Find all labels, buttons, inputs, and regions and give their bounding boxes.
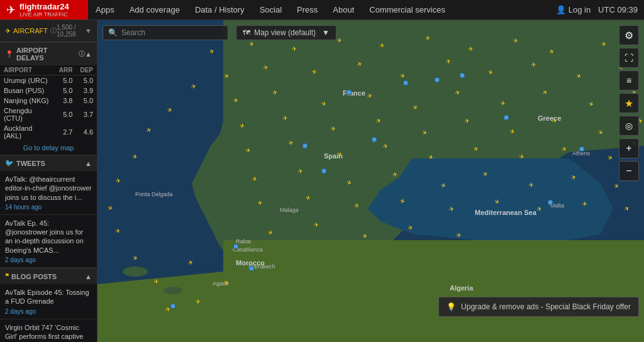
nav-about[interactable]: About (325, 0, 362, 19)
airport-name: Chengdu (CTU) (0, 106, 55, 123)
dep-value: 4.6 (76, 123, 97, 141)
table-row[interactable]: Chengdu (CTU) 5.0 3.7 (0, 106, 97, 123)
search-bar: 🔍 (103, 25, 228, 40)
logo[interactable]: ✈ flightradar24 LIVE AIR TRAFFIC (0, 0, 88, 19)
greece-label: Greece (538, 114, 561, 122)
logo-sub: LIVE AIR TRAFFIC (19, 11, 69, 18)
airport-delays-label: AIRPORT DELAYS (16, 47, 76, 62)
dep-value: 3.9 (76, 86, 97, 96)
tweets-header[interactable]: 🐦 TWEETS ▲ (0, 155, 97, 171)
col-dep: DEP (76, 65, 97, 75)
airport-name: Busan (PUS) (0, 86, 55, 96)
arr-value: 3.8 (55, 96, 77, 106)
nav-apps[interactable]: Apps (88, 0, 122, 19)
minus-icon: − (626, 165, 631, 177)
nav-press[interactable]: Press (289, 0, 325, 19)
view-selector[interactable]: 🗺 Map view (default) ▼ (236, 25, 336, 40)
layers-icon: ◎ (625, 121, 633, 131)
nav-social[interactable]: Social (252, 0, 289, 19)
airport-marker (170, 304, 175, 309)
aircraft-count: 1,500 / 10,258 (57, 24, 82, 38)
tweets-label: TWEETS (16, 160, 45, 167)
logo-text: flightradar24 (19, 2, 69, 11)
zoom-out-button[interactable]: − (619, 161, 639, 181)
airport-delays-section: 📍 AIRPORT DELAYS ⓘ ▲ AIRPORT ARR DEP Uru… (0, 43, 97, 155)
arr-value: 5.0 (55, 75, 77, 86)
map-area[interactable]: France Spain Algeria Libya Morocco Greec… (97, 20, 644, 342)
blog-item[interactable]: AvTalk Episode 45: Tossing a FUD Grenade… (0, 284, 97, 319)
ponta-delgada-label: Ponta Delgada (135, 191, 173, 197)
blog-item[interactable]: Virgin Orbit 747 'Cosmic Girl' performs … (0, 319, 97, 342)
logo-icon: ✈ (6, 3, 16, 17)
rabat-label: Rabat (236, 238, 252, 245)
blog-title: Virgin Orbit 747 'Cosmic Girl' performs … (5, 323, 92, 342)
tweets-section: 🐦 TWEETS ▲ AvTalk: @theaircurrent editor… (0, 155, 97, 268)
collapse-blog-icon: ▲ (85, 273, 92, 280)
map-controls: ⚙ ⛶ ≡ ★ ◎ + − (619, 25, 639, 181)
map-canvas: France Spain Algeria Libya Morocco Greec… (97, 20, 644, 342)
nav-data-history[interactable]: Data / History (187, 0, 252, 19)
tweet-item[interactable]: AvTalk: @theaircurrent editor-in-chief @… (0, 171, 97, 215)
tweet-item[interactable]: AvTalk Ep. 45: @jonostrower joins us for… (0, 215, 97, 268)
upgrade-text: Upgrade & remove ads - Special Black Fri… (461, 302, 631, 311)
col-arr: ARR (55, 65, 77, 75)
airport-marker (347, 90, 352, 95)
airport-marker (249, 266, 254, 271)
login-button[interactable]: 👤 Log in (556, 5, 591, 14)
plus-icon: + (626, 143, 631, 154)
zoom-in-button[interactable]: + (619, 138, 639, 158)
airport-marker (579, 146, 584, 152)
settings-button[interactable]: ⚙ (619, 25, 639, 45)
search-input[interactable] (121, 28, 223, 37)
table-row[interactable]: Busan (PUS) 5.0 3.9 (0, 86, 97, 96)
go-to-delay-map-link[interactable]: Go to delay map (0, 141, 97, 155)
airport-delays-header[interactable]: 📍 AIRPORT DELAYS ⓘ ▲ (0, 43, 97, 65)
layers-button[interactable]: ◎ (619, 116, 639, 136)
table-row[interactable]: Urumqi (URC) 5.0 5.0 (0, 75, 97, 86)
airport-marker (403, 80, 408, 86)
filter-button[interactable]: ≡ (619, 70, 639, 91)
utc-time: UTC 09:39 (598, 5, 638, 14)
tweet-time: 14 hours ago (5, 204, 92, 211)
nav-add-coverage[interactable]: Add coverage (122, 0, 187, 19)
nav-commercial[interactable]: Commercial services (362, 0, 453, 19)
filter-icon: ≡ (626, 75, 631, 86)
info-icon: ⓘ (50, 26, 57, 35)
med-sea-label: Mediterranean Sea (475, 209, 537, 216)
collapse-icon: ▲ (85, 50, 92, 58)
upgrade-banner[interactable]: 💡 Upgrade & remove ads - Special Black F… (438, 297, 639, 317)
delay-table: AIRPORT ARR DEP Urumqi (URC) 5.0 5.0 Bus… (0, 65, 97, 141)
airport-marker (548, 200, 553, 205)
table-row[interactable]: Auckland (AKL) 2.7 4.6 (0, 123, 97, 141)
collapse-tweets-icon: ▲ (85, 160, 92, 167)
dep-value: 3.7 (76, 106, 97, 123)
blog-posts-header[interactable]: ❝ BLOG POSTS ▲ (0, 268, 97, 284)
settings-icon: ⚙ (625, 30, 633, 41)
arr-value: 5.0 (55, 106, 77, 123)
chevron-down-icon: ▼ (85, 27, 92, 35)
airport-marker (321, 168, 326, 174)
map-icon: 🗺 (243, 28, 250, 37)
upgrade-icon: 💡 (447, 302, 456, 311)
dep-value: 5.0 (76, 96, 97, 106)
nav-right: 👤 Log in UTC 09:39 (556, 5, 644, 14)
blog-icon: ❝ (5, 272, 9, 280)
fullscreen-icon: ⛶ (625, 53, 633, 63)
airport-marker (504, 115, 509, 120)
airport-name: Nanjing (NKG) (0, 96, 55, 106)
delays-info-icon: ⓘ (79, 50, 85, 58)
airport-name: Urumqi (URC) (0, 75, 55, 86)
chevron-down-icon: ▼ (322, 28, 330, 37)
blog-posts-label: BLOG POSTS (11, 273, 57, 280)
dep-value: 5.0 (76, 75, 97, 86)
location-icon: 📍 (5, 50, 14, 58)
malaga-label: Malaga (280, 207, 299, 213)
airport-marker (460, 73, 465, 78)
aircraft-header[interactable]: ✈ AIRCRAFT ⓘ 1,500 / 10,258 ▼ (0, 20, 97, 42)
arr-value: 5.0 (55, 86, 77, 96)
plane-icon: ✈ (5, 27, 11, 35)
favorites-button[interactable]: ★ (619, 93, 639, 113)
fullscreen-button[interactable]: ⛶ (619, 48, 639, 68)
table-row[interactable]: Nanjing (NKG) 3.8 5.0 (0, 96, 97, 106)
arr-value: 2.7 (55, 123, 77, 141)
